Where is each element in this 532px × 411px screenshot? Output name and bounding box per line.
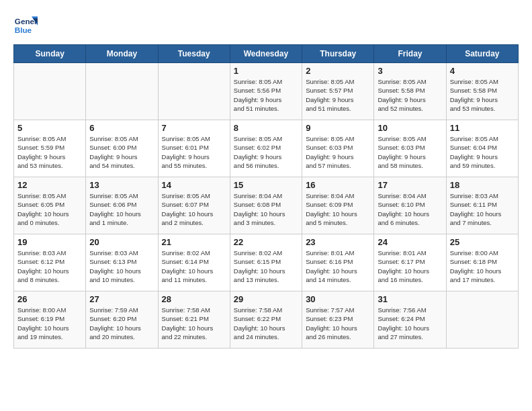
calendar-table: SundayMondayTuesdayWednesdayThursdayFrid… — [13, 44, 519, 349]
day-info: Sunrise: 8:05 AM Sunset: 6:03 PM Dayligh… — [378, 134, 442, 170]
day-number: 4 — [450, 66, 515, 76]
week-row-4: 19Sunrise: 8:03 AM Sunset: 6:12 PM Dayli… — [14, 234, 519, 291]
day-number: 21 — [162, 237, 226, 247]
day-cell — [446, 291, 518, 349]
day-number: 20 — [89, 237, 154, 247]
day-cell: 26Sunrise: 8:00 AM Sunset: 6:19 PM Dayli… — [14, 291, 86, 349]
day-info: Sunrise: 8:04 AM Sunset: 6:10 PM Dayligh… — [378, 191, 442, 227]
week-row-3: 12Sunrise: 8:05 AM Sunset: 6:05 PM Dayli… — [14, 177, 519, 234]
day-number: 29 — [234, 294, 298, 304]
day-cell: 6Sunrise: 8:05 AM Sunset: 6:00 PM Daylig… — [86, 120, 158, 177]
day-info: Sunrise: 8:05 AM Sunset: 5:58 PM Dayligh… — [378, 77, 442, 113]
day-cell: 24Sunrise: 8:01 AM Sunset: 6:17 PM Dayli… — [374, 234, 446, 291]
page-header: General Blue — [13, 13, 519, 38]
day-cell: 1Sunrise: 8:05 AM Sunset: 5:56 PM Daylig… — [230, 63, 302, 120]
day-number: 14 — [162, 180, 226, 190]
day-info: Sunrise: 8:05 AM Sunset: 6:04 PM Dayligh… — [450, 134, 515, 170]
day-info: Sunrise: 8:05 AM Sunset: 6:02 PM Dayligh… — [234, 134, 298, 170]
svg-text:Blue: Blue — [15, 26, 32, 34]
day-cell: 2Sunrise: 8:05 AM Sunset: 5:57 PM Daylig… — [302, 63, 374, 120]
day-cell: 8Sunrise: 8:05 AM Sunset: 6:02 PM Daylig… — [230, 120, 302, 177]
day-number: 5 — [17, 123, 82, 133]
day-cell: 5Sunrise: 8:05 AM Sunset: 5:59 PM Daylig… — [14, 120, 86, 177]
day-number: 17 — [378, 180, 442, 190]
day-cell: 19Sunrise: 8:03 AM Sunset: 6:12 PM Dayli… — [14, 234, 86, 291]
day-info: Sunrise: 8:05 AM Sunset: 6:01 PM Dayligh… — [162, 134, 226, 170]
day-info: Sunrise: 8:01 AM Sunset: 6:17 PM Dayligh… — [378, 248, 442, 284]
day-info: Sunrise: 8:05 AM Sunset: 6:03 PM Dayligh… — [306, 134, 370, 170]
day-number: 12 — [17, 180, 82, 190]
day-info: Sunrise: 8:04 AM Sunset: 6:09 PM Dayligh… — [306, 191, 370, 227]
day-cell: 28Sunrise: 7:58 AM Sunset: 6:21 PM Dayli… — [158, 291, 230, 349]
day-info: Sunrise: 7:58 AM Sunset: 6:21 PM Dayligh… — [162, 306, 226, 341]
header-cell-wednesday: Wednesday — [230, 45, 302, 63]
day-cell: 31Sunrise: 7:56 AM Sunset: 6:24 PM Dayli… — [374, 291, 446, 349]
day-cell: 23Sunrise: 8:01 AM Sunset: 6:16 PM Dayli… — [302, 234, 374, 291]
day-number: 24 — [378, 237, 442, 247]
day-cell — [14, 63, 86, 120]
day-number: 18 — [450, 180, 515, 190]
day-cell — [158, 63, 230, 120]
day-number: 8 — [234, 123, 298, 133]
day-cell: 14Sunrise: 8:05 AM Sunset: 6:07 PM Dayli… — [158, 177, 230, 234]
day-cell: 25Sunrise: 8:00 AM Sunset: 6:18 PM Dayli… — [446, 234, 518, 291]
day-number: 7 — [162, 123, 226, 133]
day-number: 2 — [306, 66, 370, 76]
day-info: Sunrise: 8:03 AM Sunset: 6:13 PM Dayligh… — [89, 248, 154, 284]
day-info: Sunrise: 8:04 AM Sunset: 6:08 PM Dayligh… — [234, 191, 298, 227]
day-cell: 18Sunrise: 8:03 AM Sunset: 6:11 PM Dayli… — [446, 177, 518, 234]
header-cell-sunday: Sunday — [14, 45, 86, 63]
day-info: Sunrise: 7:58 AM Sunset: 6:22 PM Dayligh… — [234, 306, 298, 341]
day-cell — [86, 63, 158, 120]
day-cell: 9Sunrise: 8:05 AM Sunset: 6:03 PM Daylig… — [302, 120, 374, 177]
day-number: 9 — [306, 123, 370, 133]
day-number: 1 — [234, 66, 298, 76]
day-cell: 29Sunrise: 7:58 AM Sunset: 6:22 PM Dayli… — [230, 291, 302, 349]
day-number: 3 — [378, 66, 442, 76]
day-info: Sunrise: 8:05 AM Sunset: 5:59 PM Dayligh… — [17, 134, 82, 170]
day-cell: 3Sunrise: 8:05 AM Sunset: 5:58 PM Daylig… — [374, 63, 446, 120]
day-info: Sunrise: 8:05 AM Sunset: 5:58 PM Dayligh… — [450, 77, 515, 113]
calendar-body: 1Sunrise: 8:05 AM Sunset: 5:56 PM Daylig… — [14, 63, 519, 349]
header-cell-tuesday: Tuesday — [158, 45, 230, 63]
week-row-5: 26Sunrise: 8:00 AM Sunset: 6:19 PM Dayli… — [14, 291, 519, 349]
day-info: Sunrise: 8:00 AM Sunset: 6:18 PM Dayligh… — [450, 248, 515, 284]
day-number: 28 — [162, 294, 226, 304]
day-number: 10 — [378, 123, 442, 133]
day-number: 23 — [306, 237, 370, 247]
day-cell: 7Sunrise: 8:05 AM Sunset: 6:01 PM Daylig… — [158, 120, 230, 177]
day-cell: 22Sunrise: 8:02 AM Sunset: 6:15 PM Dayli… — [230, 234, 302, 291]
logo: General Blue — [13, 13, 40, 38]
day-number: 25 — [450, 237, 515, 247]
day-cell: 11Sunrise: 8:05 AM Sunset: 6:04 PM Dayli… — [446, 120, 518, 177]
day-number: 30 — [306, 294, 370, 304]
day-info: Sunrise: 8:05 AM Sunset: 6:05 PM Dayligh… — [17, 191, 82, 227]
day-cell: 13Sunrise: 8:05 AM Sunset: 6:06 PM Dayli… — [86, 177, 158, 234]
day-number: 22 — [234, 237, 298, 247]
day-cell: 17Sunrise: 8:04 AM Sunset: 6:10 PM Dayli… — [374, 177, 446, 234]
day-info: Sunrise: 8:02 AM Sunset: 6:15 PM Dayligh… — [234, 248, 298, 284]
day-cell: 4Sunrise: 8:05 AM Sunset: 5:58 PM Daylig… — [446, 63, 518, 120]
day-number: 27 — [89, 294, 154, 304]
header-cell-saturday: Saturday — [446, 45, 518, 63]
day-info: Sunrise: 8:05 AM Sunset: 6:00 PM Dayligh… — [89, 134, 154, 170]
day-info: Sunrise: 8:05 AM Sunset: 5:56 PM Dayligh… — [234, 77, 298, 113]
day-number: 13 — [89, 180, 154, 190]
day-number: 16 — [306, 180, 370, 190]
day-cell: 12Sunrise: 8:05 AM Sunset: 6:05 PM Dayli… — [14, 177, 86, 234]
day-info: Sunrise: 8:05 AM Sunset: 6:07 PM Dayligh… — [162, 191, 226, 227]
day-info: Sunrise: 8:00 AM Sunset: 6:19 PM Dayligh… — [17, 306, 82, 341]
logo-icon: General Blue — [13, 13, 38, 38]
day-cell: 10Sunrise: 8:05 AM Sunset: 6:03 PM Dayli… — [374, 120, 446, 177]
day-cell: 20Sunrise: 8:03 AM Sunset: 6:13 PM Dayli… — [86, 234, 158, 291]
day-info: Sunrise: 8:05 AM Sunset: 5:57 PM Dayligh… — [306, 77, 370, 113]
day-info: Sunrise: 8:02 AM Sunset: 6:14 PM Dayligh… — [162, 248, 226, 284]
day-info: Sunrise: 7:59 AM Sunset: 6:20 PM Dayligh… — [89, 306, 154, 341]
day-cell: 27Sunrise: 7:59 AM Sunset: 6:20 PM Dayli… — [86, 291, 158, 349]
day-info: Sunrise: 7:56 AM Sunset: 6:24 PM Dayligh… — [378, 306, 442, 341]
calendar-header: SundayMondayTuesdayWednesdayThursdayFrid… — [14, 45, 519, 63]
day-info: Sunrise: 8:01 AM Sunset: 6:16 PM Dayligh… — [306, 248, 370, 284]
header-cell-friday: Friday — [374, 45, 446, 63]
header-cell-monday: Monday — [86, 45, 158, 63]
day-number: 26 — [17, 294, 82, 304]
